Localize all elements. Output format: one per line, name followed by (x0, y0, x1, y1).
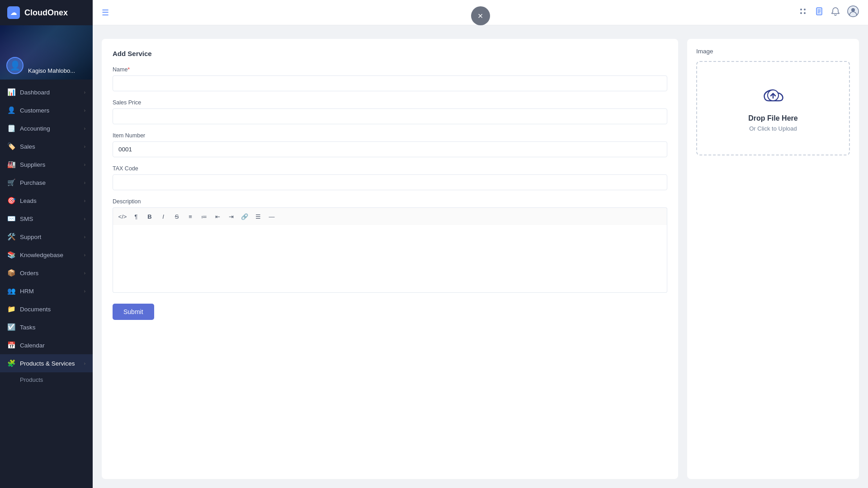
sidebar-label-leads: Leads (20, 197, 37, 204)
chevron-icon: › (84, 144, 85, 149)
sidebar-item-knowledgebase[interactable]: 📚 Knowledgebase › (0, 246, 93, 264)
support-icon: 🛠️ (7, 233, 15, 241)
item-number-input[interactable] (113, 141, 667, 157)
svg-point-3 (804, 12, 806, 14)
sidebar: ☁ CloudOnex 👤 Kagiso Mahlobo... 📊 Dashbo… (0, 0, 93, 488)
sidebar-item-accounting[interactable]: 🗒️ Accounting › (0, 119, 93, 137)
chevron-icon: › (84, 126, 85, 131)
sidebar-item-dashboard[interactable]: 📊 Dashboard › (0, 83, 93, 101)
sidebar-label-sms: SMS (20, 216, 33, 222)
chevron-icon: › (84, 235, 85, 239)
toolbar-align-btn[interactable]: ☰ (252, 211, 264, 222)
chevron-icon: › (84, 180, 85, 185)
toolbar-divider-btn[interactable]: — (266, 211, 278, 222)
description-editor[interactable] (113, 225, 667, 293)
sidebar-profile[interactable]: 👤 Kagiso Mahlobo... (0, 25, 93, 80)
sidebar-label-knowledgebase: Knowledgebase (20, 252, 63, 258)
drop-zone[interactable]: Drop File Here Or Click to Upload (696, 61, 850, 155)
toolbar-ol-btn[interactable]: ≔ (198, 211, 210, 222)
description-field-group: Description </> ¶ B I S ≡ ≔ ⇤ ⇥ 🔗 ☰ — (113, 198, 667, 293)
upload-icon (760, 84, 787, 109)
sidebar-item-customers[interactable]: 👤 Customers › (0, 101, 93, 119)
chevron-icon: › (84, 90, 85, 95)
hamburger-menu-icon[interactable]: ☰ (102, 8, 109, 18)
toolbar-indent-btn[interactable]: ⇥ (225, 211, 237, 222)
tax-code-field-group: TAX Code (113, 165, 667, 190)
sidebar-item-sms[interactable]: ✉️ SMS › (0, 210, 93, 228)
sidebar-item-suppliers[interactable]: 🏭 Suppliers › (0, 155, 93, 174)
file-icon[interactable] (815, 7, 824, 18)
avatar: 👤 (6, 57, 24, 74)
toolbar-outdent-btn[interactable]: ⇤ (212, 211, 223, 222)
sidebar-item-support[interactable]: 🛠️ Support › (0, 228, 93, 246)
image-panel-title: Image (696, 48, 850, 55)
topbar-wrapper: ☰ (93, 0, 868, 25)
sidebar-item-tasks[interactable]: ☑️ Tasks (0, 318, 93, 336)
sidebar-subitem-products[interactable]: Products (0, 372, 93, 387)
app-logo-icon: ☁ (7, 6, 20, 19)
name-input[interactable] (113, 75, 667, 91)
toolbar-bold-btn[interactable]: B (144, 211, 156, 222)
toolbar-code-btn[interactable]: </> (117, 211, 128, 222)
sidebar-item-leads[interactable]: 🎯 Leads › (0, 192, 93, 210)
svg-point-0 (800, 9, 802, 10)
toolbar-link-btn[interactable]: 🔗 (239, 211, 250, 222)
sales-icon: 🏷️ (7, 142, 15, 150)
sidebar-label-sales: Sales (20, 143, 35, 150)
toolbar-italic-btn[interactable]: I (157, 211, 169, 222)
sms-icon: ✉️ (7, 215, 15, 223)
svg-point-2 (800, 12, 802, 14)
submit-button[interactable]: Submit (113, 304, 154, 320)
sales-price-input[interactable] (113, 108, 667, 124)
tax-code-input[interactable] (113, 174, 667, 190)
sidebar-label-tasks: Tasks (20, 324, 36, 331)
toolbar-strikethrough-btn[interactable]: S (171, 211, 183, 222)
chevron-icon: › (84, 216, 85, 221)
sidebar-item-sales[interactable]: 🏷️ Sales › (0, 137, 93, 155)
toolbar-ul-btn[interactable]: ≡ (184, 211, 196, 222)
chevron-icon: › (84, 271, 85, 276)
chevron-icon: › (84, 289, 85, 294)
form-panel: Add Service Name* Sales Price Item Numbe… (102, 39, 678, 479)
toolbar-paragraph-btn[interactable]: ¶ (130, 211, 142, 222)
sidebar-item-calendar[interactable]: 📅 Calendar (0, 336, 93, 354)
dots-icon[interactable] (798, 7, 807, 18)
user-avatar-icon[interactable] (847, 5, 859, 19)
form-title: Add Service (113, 50, 667, 57)
knowledgebase-icon: 📚 (7, 251, 15, 259)
image-panel: Image Drop File Here Or Click to Upload (687, 39, 859, 479)
svg-point-9 (851, 8, 855, 12)
sales-price-label: Sales Price (113, 99, 667, 106)
sidebar-item-hrm[interactable]: 👥 HRM › (0, 282, 93, 300)
svg-point-1 (804, 9, 806, 10)
chevron-icon: › (84, 162, 85, 167)
sidebar-label-products-services: Products & Services (20, 360, 75, 367)
app-name: CloudOnex (24, 8, 68, 18)
chevron-icon: › (84, 108, 85, 113)
name-label: Name* (113, 66, 667, 73)
sidebar-item-documents[interactable]: 📁 Documents (0, 300, 93, 318)
orders-icon: 📦 (7, 269, 15, 277)
sidebar-item-purchase[interactable]: 🛒 Purchase › (0, 174, 93, 192)
dashboard-icon: 📊 (7, 88, 15, 96)
documents-icon: 📁 (7, 305, 15, 313)
description-label: Description (113, 198, 667, 205)
sales-price-field-group: Sales Price (113, 99, 667, 124)
products-services-icon: 🧩 (7, 359, 15, 367)
accounting-icon: 🗒️ (7, 124, 15, 132)
leads-icon: 🎯 (7, 197, 15, 205)
sidebar-header: ☁ CloudOnex (0, 0, 93, 25)
sidebar-item-orders[interactable]: 📦 Orders › (0, 264, 93, 282)
chevron-icon: › (84, 198, 85, 203)
sidebar-label-purchase: Purchase (20, 179, 46, 186)
sidebar-item-products-services[interactable]: 🧩 Products & Services › (0, 354, 93, 372)
tasks-icon: ☑️ (7, 323, 15, 331)
close-button[interactable]: × (471, 6, 490, 25)
bell-icon[interactable] (831, 7, 840, 18)
sidebar-label-customers: Customers (20, 107, 49, 114)
hrm-icon: 👥 (7, 287, 15, 295)
main-area: ☰ (93, 0, 868, 488)
calendar-icon: 📅 (7, 341, 15, 349)
sidebar-label-dashboard: Dashboard (20, 89, 50, 96)
sidebar-label-hrm: HRM (20, 288, 34, 295)
